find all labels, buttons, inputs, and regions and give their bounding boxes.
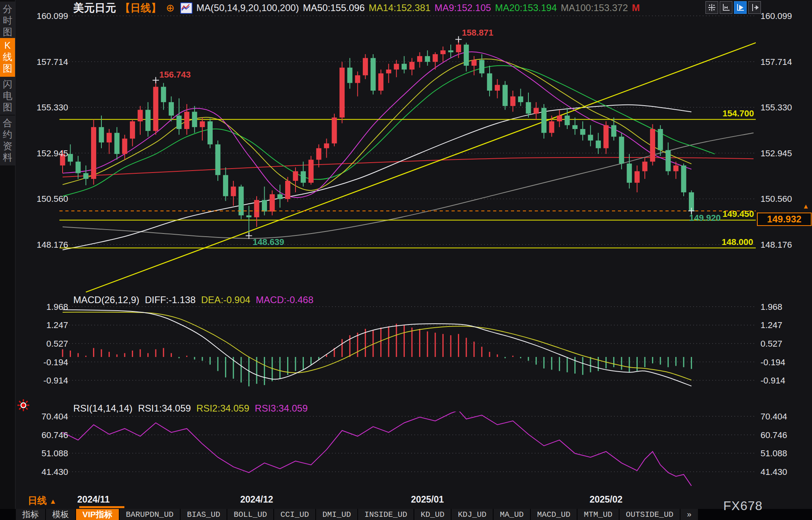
rsi3-value: RSI3:34.059	[255, 403, 307, 414]
candle	[471, 60, 477, 66]
candle	[114, 133, 120, 154]
candle	[611, 125, 616, 137]
macd-diff-value: DIFF:-1.138	[145, 294, 196, 306]
period-selector[interactable]: 日线 ▲	[28, 494, 57, 507]
sidebar-item-contract-info[interactable]: 合约资料	[0, 116, 15, 165]
axis-auto-icon[interactable]	[734, 1, 747, 14]
ma100-value: MA100:153.372	[561, 2, 628, 13]
left-sidebar: 分时图 K线图 闪电图 合约资料	[0, 0, 15, 520]
candle	[355, 75, 360, 83]
price-axis-right-0: 160.099	[761, 11, 792, 21]
candle	[456, 45, 461, 52]
candle	[673, 165, 679, 171]
tab-BIAS_UD[interactable]: BIAS_UD	[181, 509, 227, 520]
tab-VIP指标[interactable]: VIP指标	[76, 509, 119, 520]
h-scrollbar-thumb[interactable]	[79, 506, 124, 508]
compass-icon[interactable]: ⊕	[166, 2, 175, 14]
indicator-logo-icon[interactable]	[180, 2, 193, 14]
period-selector-label: 日线	[28, 495, 47, 506]
macd-axis-left-3: -0.194	[15, 357, 68, 368]
candle	[394, 64, 399, 70]
candle	[107, 133, 112, 142]
pan-icon[interactable]	[705, 1, 718, 14]
macd-axis-right-0: 1.968	[761, 302, 782, 312]
price-axis-left-3: 152.945	[15, 148, 68, 159]
ma-param-label: MA(50,14,9,20,100,200)	[196, 2, 299, 13]
rsi-axis-left-2: 51.088	[15, 448, 68, 459]
candle	[549, 121, 554, 133]
candle	[479, 60, 484, 73]
ma50-value: MA50:155.096	[303, 2, 365, 13]
rsi-header: RSI(14,14,14) RSI1:34.059 RSI2:34.059 RS…	[73, 403, 308, 414]
rsi-line	[63, 410, 692, 486]
candle	[285, 181, 290, 199]
price-axis-left-4: 150.560	[15, 194, 68, 204]
swing-high-label-1: 156.743	[159, 70, 191, 80]
tab-»[interactable]: »	[680, 509, 698, 520]
swing-low-label: 148.639	[253, 237, 284, 247]
candle	[99, 127, 104, 142]
tab-KD_UD[interactable]: KD_UD	[414, 509, 451, 520]
level-label-148000: 148.000	[722, 237, 753, 247]
macd-axis-left-1: 1.247	[15, 320, 68, 330]
candle	[417, 56, 422, 62]
candle	[246, 215, 252, 217]
price-axis-right-4: 150.560	[761, 194, 792, 204]
macd-axis-right-1: 1.247	[761, 320, 782, 330]
axis-shift-icon[interactable]	[748, 1, 761, 14]
x-axis-month-2: 2024/12	[233, 494, 280, 505]
candle	[161, 87, 166, 102]
candle	[184, 112, 189, 129]
chart-header: 美元日元 【日线】 ⊕ MA(50,14,9,20,100,200) MA50:…	[73, 2, 640, 14]
candle	[518, 97, 523, 102]
tab-MACD_UD[interactable]: MACD_UD	[531, 509, 577, 520]
candle	[495, 85, 500, 91]
diff-line	[63, 309, 692, 386]
tab-指标[interactable]: 指标	[16, 509, 45, 520]
macd-axis-left-0: 1.968	[15, 302, 68, 312]
axis-scale-icon[interactable]	[720, 1, 732, 14]
price-alert-arrow-icon[interactable]: ▲	[802, 203, 809, 211]
macd-axis-right-4: -0.914	[761, 376, 785, 386]
tab-KDJ_UD[interactable]: KDJ_UD	[452, 509, 493, 520]
candle	[588, 135, 593, 141]
tab-BARUPDN_UD[interactable]: BARUPDN_UD	[120, 509, 180, 520]
candle	[215, 144, 221, 175]
candle	[681, 165, 686, 192]
tab-INSIDE_UD[interactable]: INSIDE_UD	[358, 509, 414, 520]
candle	[68, 154, 73, 161]
macd-lines	[63, 309, 692, 386]
candle	[277, 194, 282, 199]
tab-MTM_UD[interactable]: MTM_UD	[578, 509, 619, 520]
sidebar-item-flash[interactable]: 闪电图	[0, 77, 15, 115]
candle	[122, 139, 127, 154]
candle	[169, 102, 174, 116]
candle	[378, 73, 383, 91]
candle	[487, 73, 492, 91]
candle	[324, 143, 329, 148]
tab-OUTSIDE_UD[interactable]: OUTSIDE_UD	[619, 509, 680, 520]
tab-BOLL_UD[interactable]: BOLL_UD	[227, 509, 273, 520]
sidebar-item-kline[interactable]: K线图	[0, 38, 15, 77]
main-chart-canvas[interactable]	[0, 0, 812, 520]
tab-CCI_UD[interactable]: CCI_UD	[274, 509, 315, 520]
tab-模板[interactable]: 模板	[46, 509, 75, 520]
candle	[526, 102, 531, 114]
ma-line-ma100	[63, 133, 753, 239]
record-burst-icon[interactable]	[17, 399, 30, 412]
candle	[580, 129, 585, 135]
candle	[510, 97, 515, 106]
app-window: 分时图 K线图 闪电图 合约资料 美元日元 【日线】 ⊕ MA(50,14,9,…	[0, 0, 812, 520]
candle	[130, 121, 135, 139]
sidebar-item-timeshare[interactable]: 分时图	[0, 2, 15, 38]
candle	[76, 161, 81, 173]
tab-DMI_UD[interactable]: DMI_UD	[316, 509, 357, 520]
x-axis-month-4: 2025/02	[582, 494, 630, 505]
swing-markers	[152, 36, 694, 239]
candle	[208, 121, 213, 144]
period-badge[interactable]: 【日线】	[120, 1, 161, 15]
macd-axis-left-2: 0.527	[15, 339, 68, 349]
candle	[572, 125, 578, 129]
last-price-box: 149.932	[757, 213, 812, 226]
tab-MA_UD[interactable]: MA_UD	[494, 509, 530, 520]
